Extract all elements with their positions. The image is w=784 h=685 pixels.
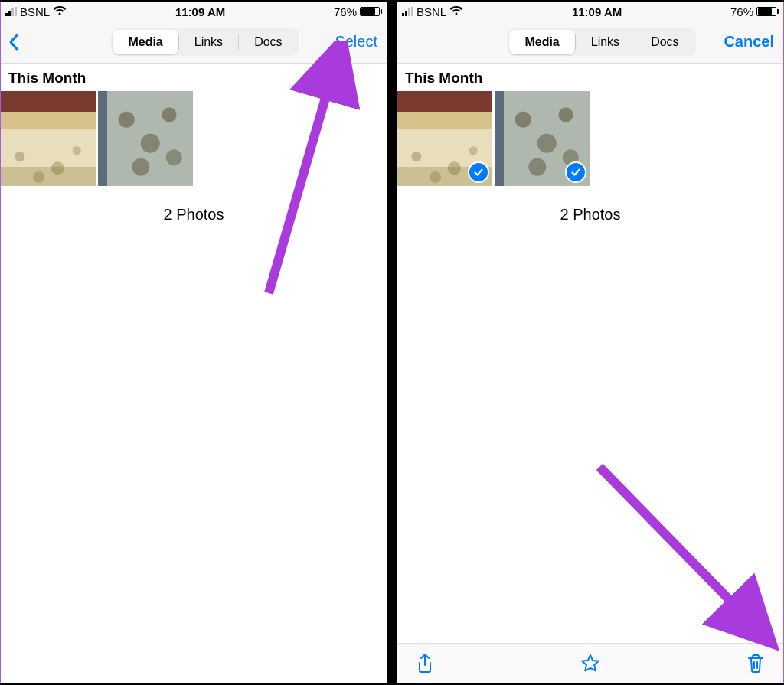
screenshot-before: BSNL 11:09 AM 76% Media Links Docs Selec…: [0, 2, 387, 683]
carrier-label: BSNL: [20, 5, 50, 18]
tab-docs-label: Docs: [651, 35, 678, 49]
tab-media-label: Media: [128, 35, 162, 49]
section-header: This Month: [1, 64, 387, 91]
clock: 11:09 AM: [175, 5, 225, 18]
delete-button[interactable]: [745, 653, 766, 674]
share-button[interactable]: [414, 653, 436, 674]
battery-icon: [756, 7, 779, 16]
segmented-control: Media Links Docs: [111, 28, 299, 56]
bottom-toolbar: [397, 643, 783, 683]
tab-links[interactable]: Links: [576, 30, 635, 54]
battery-pct: 76%: [334, 5, 357, 18]
tab-docs[interactable]: Docs: [635, 30, 694, 54]
battery-pct: 76%: [730, 5, 753, 18]
trash-icon: [746, 653, 765, 674]
nav-bar: Media Links Docs Select: [1, 21, 387, 64]
segmented-control: Media Links Docs: [508, 28, 695, 56]
tab-media[interactable]: Media: [509, 30, 574, 54]
media-thumbnail-selected[interactable]: [397, 91, 492, 186]
screenshot-after: BSNL 11:09 AM 76% Media Links Docs Cance…: [397, 2, 784, 683]
status-bar: BSNL 11:09 AM 76%: [397, 2, 783, 21]
share-icon: [416, 653, 434, 674]
tab-links-label: Links: [194, 35, 223, 49]
media-thumbnail[interactable]: [1, 91, 96, 186]
svg-line-1: [599, 467, 760, 631]
content-area: This Month 2 Photos: [397, 64, 783, 643]
wifi-icon: [449, 5, 463, 18]
status-bar: BSNL 11:09 AM 76%: [1, 2, 387, 21]
favorite-button[interactable]: [580, 653, 601, 674]
tab-docs[interactable]: Docs: [239, 30, 297, 54]
star-icon: [580, 653, 601, 674]
tab-media[interactable]: Media: [113, 30, 178, 54]
photo-count: 2 Photos: [397, 206, 783, 223]
chevron-left-icon: [8, 33, 19, 51]
media-grid: [1, 91, 387, 186]
back-button[interactable]: [8, 33, 31, 51]
section-header: This Month: [397, 64, 783, 91]
media-thumbnail[interactable]: [98, 91, 193, 186]
media-grid: [397, 91, 783, 186]
photo-count: 2 Photos: [1, 206, 387, 223]
cancel-label: Cancel: [724, 33, 774, 50]
select-label: Select: [335, 33, 377, 50]
clock: 11:09 AM: [572, 5, 622, 18]
tab-links-label: Links: [591, 35, 619, 49]
content-area: This Month 2 Photos: [1, 64, 387, 683]
wifi-icon: [53, 5, 67, 18]
battery-icon: [360, 7, 382, 16]
annotation-arrow: [584, 452, 783, 651]
carrier-label: BSNL: [416, 5, 446, 18]
tab-links[interactable]: Links: [179, 30, 238, 54]
media-thumbnail-selected[interactable]: [495, 91, 590, 186]
select-button[interactable]: Select: [335, 33, 377, 51]
selection-check-icon: [565, 161, 586, 183]
selection-check-icon: [468, 161, 489, 183]
tab-docs-label: Docs: [254, 35, 282, 49]
cancel-button[interactable]: Cancel: [724, 33, 774, 51]
nav-bar: Media Links Docs Cancel: [397, 21, 783, 64]
tab-media-label: Media: [524, 35, 559, 49]
signal-icon: [402, 7, 413, 16]
signal-icon: [5, 7, 17, 16]
